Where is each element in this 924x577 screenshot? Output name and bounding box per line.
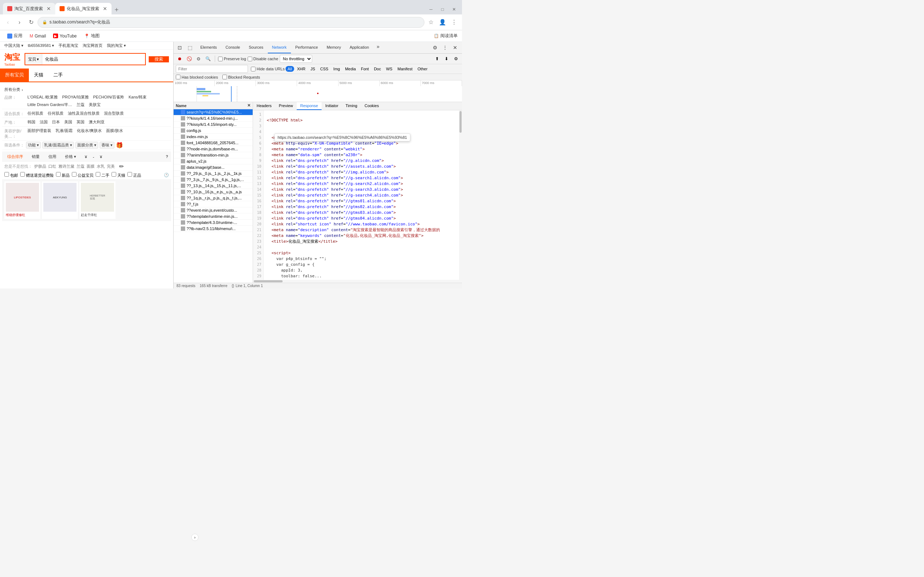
horizontal-scrollbar-thumb[interactable] [254,280,283,282]
nav-all-items[interactable]: 所有宝贝 [0,69,29,82]
chip-mask[interactable]: 面膜分类 ▾ [76,142,98,148]
brand-kans[interactable]: Kans/韩束 [127,94,148,100]
throttling-select[interactable]: No throttling Slow 3G Fast 3G [280,55,312,63]
maximize-button[interactable]: □ [438,4,447,15]
back-button[interactable]: ‹ [3,17,13,27]
product-item-1[interactable]: LIPOSTIDES 维稳舒缓修红 [4,181,40,219]
origin-japan[interactable]: 日本 [50,119,61,125]
suggest-skincare[interactable]: 护肤品 [34,164,46,169]
clear-button[interactable]: 🚫 [185,55,193,63]
refresh-button[interactable]: ↻ [26,17,36,27]
sort-comprehensive[interactable]: 综合排序 [4,153,26,161]
request-item-9[interactable]: data:image/gif;base... [174,164,253,171]
request-item-3[interactable]: config.js [174,128,253,134]
filter-css[interactable]: CSS [318,66,331,72]
blocked-requests-input[interactable] [222,75,227,79]
bookmark-apps[interactable]: 应用 [4,32,25,40]
tab-sources[interactable]: Sources [244,42,267,53]
detail-tab-timing[interactable]: Timing [342,102,361,110]
bookmark-gmail[interactable]: M Gmail [27,32,49,40]
suggest-lipstick[interactable]: 口红 [48,164,56,169]
devtools-close-button[interactable]: ✕ [451,43,460,52]
origin-france[interactable]: 法国 [38,119,49,125]
disable-cache-input[interactable] [247,56,252,61]
has-blocked-cookies-input[interactable] [176,75,181,79]
cb-free-shipping-input[interactable] [4,172,9,177]
bookmark-youtube[interactable]: ▶ YouTube [50,32,79,40]
sort-credit[interactable]: 信用 [45,153,59,161]
preserve-log-checkbox[interactable]: Preserve log [218,56,246,61]
export-button[interactable]: ⬇ [443,55,451,63]
search-category-select[interactable]: 宝贝 ▾ [25,54,42,64]
price-min[interactable]: ¥ [82,154,90,160]
devtools-more-button[interactable]: ⋮ [440,43,450,52]
tab-close-1[interactable]: ✕ [47,6,51,11]
request-item-10[interactable]: ??_29.js,_0.js,_1.js,_2.js,_1k.js [174,171,253,177]
tab-memory[interactable]: Memory [322,42,346,53]
close-browser-button[interactable]: ✕ [449,4,459,15]
tab-close-2[interactable]: ✕ [103,6,107,11]
suggest-este[interactable]: 雅诗兰黛 [58,164,74,169]
sort-price[interactable]: 价格 ▾ [62,153,79,161]
detail-tab-headers[interactable]: Headers [253,102,275,110]
filter-img[interactable]: Img [331,66,342,72]
device-toolbar-button[interactable]: ⬚ [185,43,195,52]
filter-all[interactable]: All [286,66,294,72]
detail-tab-cookies[interactable]: Cookies [361,102,383,110]
close-request-pane[interactable]: ✕ [247,103,250,108]
has-blocked-cookies-checkbox[interactable]: Has blocked cookies [176,75,218,79]
bookmark-maps[interactable]: 📍 地图 [81,32,102,40]
cb-return[interactable]: 赠送退货运费险 [20,172,54,178]
tab-network[interactable]: Network [268,42,291,53]
cb-charity-input[interactable] [72,172,76,177]
import-button[interactable]: ⬆ [433,55,441,63]
region-selector[interactable]: 中国大陆 ▾ [4,43,23,48]
suggest-lancome[interactable]: 兰蔻 [76,164,84,169]
cb-new-input[interactable] [56,172,61,177]
skin-any2[interactable]: 任何肌质 [46,110,65,116]
devtools-settings-button[interactable]: ⚙ [430,43,439,52]
origin-australia[interactable]: 澳大利亚 [87,119,106,125]
minimize-button[interactable]: ─ [426,4,436,15]
brand-pechoin[interactable]: PECHOIN/百雀羚 [92,94,126,100]
search-button[interactable]: 🔍 [204,55,212,63]
request-item-7[interactable]: ??anim/transition-min.js [174,152,253,158]
history-icon[interactable]: 🕐 [164,173,169,177]
cb-tmall[interactable]: 天猫 [111,172,125,178]
blocked-requests-checkbox[interactable]: Blocked Requests [222,75,260,79]
request-item-1[interactable]: ??kissy/k/1.4.16/seed-min.j... [174,115,253,121]
filter-ws[interactable]: WS [384,66,394,72]
request-item-16[interactable]: ??event-min.js,event/custo... [174,207,253,213]
network-settings-button[interactable]: ⚙ [452,55,460,63]
mobile-link[interactable]: 手机逛淘宝 [58,43,78,48]
chip-function[interactable]: 功能 ▾ [26,142,41,148]
filter-manifest[interactable]: Manifest [395,66,415,72]
skin-oily[interactable]: 油性及混合性肤质 [66,110,101,116]
filter-font[interactable]: Font [359,66,371,72]
address-bar[interactable]: 🔒 s.taobao.com/search?q=化妆品 [37,17,425,28]
all-categories-label[interactable]: 所有分类 [4,87,20,92]
request-item-5[interactable]: font_1404888168_2057645... [174,140,253,146]
origin-uk[interactable]: 英国 [75,119,86,125]
cat-toner[interactable]: 化妆水/爽肤水 [76,128,103,134]
cat-facial[interactable]: 面部护理套装 [26,128,53,134]
suggest-perfect[interactable]: 完美 [107,164,115,169]
price-max[interactable]: ¥ [97,154,105,160]
menu-button[interactable]: ⋮ [449,17,459,27]
request-item-4[interactable]: index-min.js [174,134,253,140]
skin-combo[interactable]: 混合型肤质 [102,110,125,116]
request-item-8[interactable]: aplus_v2.js [174,158,253,164]
new-tab-button[interactable]: ＋ [111,4,122,15]
brand-lancome[interactable]: 兰蔻 [75,102,86,108]
request-item-14[interactable]: ??_1q.js,_r.js,_p.js,_q.js,_t.js,... [174,195,253,201]
product-item-3[interactable]: HERBETTER 实现 赶走干痒红 [79,181,115,219]
product-item-2[interactable]: AEKYUNG [42,181,78,219]
cb-new[interactable]: 新品 [56,172,69,178]
home-link[interactable]: 淘宝网首页 [82,43,102,48]
filter-xhr[interactable]: XHR [295,66,307,72]
sort-help-icon[interactable]: ？ [165,154,169,160]
nav-tmall[interactable]: 天猫 [29,69,48,82]
request-item-18[interactable]: ??xtemplate/4.3.0/runtime-... [174,220,253,226]
suggest-moisturizer[interactable]: 水乳 [97,164,105,169]
cb-second-hand-input[interactable] [96,172,100,177]
